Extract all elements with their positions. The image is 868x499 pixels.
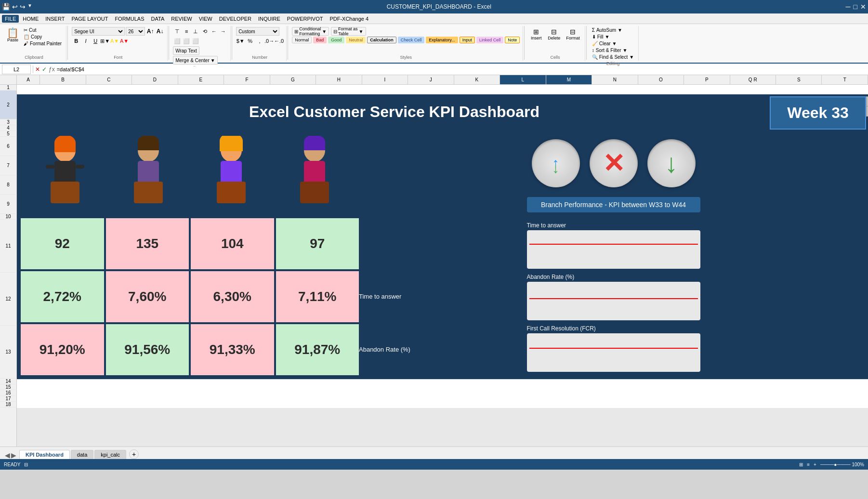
cond-format-dropdown[interactable]: ▼ bbox=[322, 29, 327, 34]
menu-page-layout[interactable]: PAGE LAYOUT bbox=[68, 15, 111, 23]
row-8[interactable]: 8 bbox=[0, 175, 17, 195]
col-t[interactable]: T bbox=[822, 75, 868, 84]
menu-powerpivot[interactable]: POWERPIVOT bbox=[284, 15, 326, 23]
align-top-button[interactable]: ⊤ bbox=[173, 27, 182, 36]
font-grow-button[interactable]: A↑ bbox=[146, 27, 155, 36]
delete-button[interactable]: ⊟ Delete bbox=[546, 27, 562, 41]
col-o[interactable]: O bbox=[638, 75, 684, 84]
menu-review[interactable]: REVIEW bbox=[168, 15, 195, 23]
number-format-select[interactable]: Custom General Number Currency Percentag… bbox=[236, 27, 279, 36]
redo-icon[interactable]: ↪ bbox=[20, 3, 26, 11]
view-layout-icon[interactable]: ≡ bbox=[807, 462, 810, 467]
close-icon[interactable]: ✕ bbox=[860, 3, 866, 11]
col-a[interactable]: A bbox=[17, 75, 40, 84]
format-table-dropdown[interactable]: ▼ bbox=[359, 29, 364, 34]
align-center-button[interactable]: ⬜ bbox=[182, 37, 191, 45]
tab-data[interactable]: data bbox=[71, 450, 93, 459]
borders-button[interactable]: ⊞▼ bbox=[101, 37, 109, 45]
underline-button[interactable]: U bbox=[91, 37, 100, 45]
cut-button[interactable]: ✂ Cut bbox=[22, 27, 63, 33]
autosum-dropdown[interactable]: ▼ bbox=[618, 27, 622, 33]
col-e[interactable]: E bbox=[178, 75, 224, 84]
menu-inquire[interactable]: INQUIRE bbox=[255, 15, 283, 23]
maximize-icon[interactable]: □ bbox=[854, 3, 857, 11]
col-g[interactable]: G bbox=[270, 75, 316, 84]
menu-formulas[interactable]: FORMULAS bbox=[112, 15, 147, 23]
font-color-button[interactable]: A▼ bbox=[120, 37, 129, 45]
fill-dropdown[interactable]: ▼ bbox=[605, 34, 610, 39]
confirm-formula-icon[interactable]: ✓ bbox=[42, 66, 47, 73]
col-i[interactable]: I bbox=[362, 75, 408, 84]
text-direction-button[interactable]: ⟲ bbox=[200, 27, 209, 36]
merge-center-dropdown-icon[interactable]: ▼ bbox=[210, 58, 215, 63]
col-s[interactable]: S bbox=[776, 75, 822, 84]
font-shrink-button[interactable]: A↓ bbox=[156, 27, 164, 36]
menu-file[interactable]: FILE bbox=[2, 15, 19, 23]
align-right-button[interactable]: ⬜ bbox=[191, 37, 200, 45]
view-normal-icon[interactable]: ⊞ bbox=[799, 462, 803, 467]
style-check-cell[interactable]: Check Cell bbox=[398, 37, 425, 43]
row-1[interactable]: 1 bbox=[0, 85, 17, 91]
find-select-dropdown[interactable]: ▼ bbox=[629, 54, 634, 60]
menu-insert[interactable]: INSERT bbox=[42, 15, 67, 23]
col-qr[interactable]: Q R bbox=[730, 75, 776, 84]
col-h[interactable]: H bbox=[316, 75, 362, 84]
format-as-table-button[interactable]: ⊟ Format asTable ▼ bbox=[331, 27, 366, 36]
row-14[interactable]: 14 bbox=[0, 379, 17, 384]
customize-qat-icon[interactable]: ▼ bbox=[27, 3, 32, 11]
tab-scroll-left[interactable]: ◀ bbox=[5, 451, 10, 459]
align-left-button[interactable]: ⬜ bbox=[173, 37, 182, 45]
dec-inc-button[interactable]: .0→ bbox=[265, 37, 274, 45]
align-middle-button[interactable]: ≡ bbox=[182, 27, 191, 36]
dec-dec-button[interactable]: ←.0 bbox=[275, 37, 283, 45]
menu-pdfxchange[interactable]: PDF-XChange 4 bbox=[327, 15, 371, 23]
wrap-text-button[interactable]: Wrap Text bbox=[173, 46, 199, 55]
indent-dec-button[interactable]: ← bbox=[210, 27, 218, 36]
menu-home[interactable]: HOME bbox=[20, 15, 41, 23]
cancel-formula-icon[interactable]: ✕ bbox=[35, 66, 40, 73]
view-break-icon[interactable]: + bbox=[814, 462, 816, 467]
row-10[interactable]: 10 bbox=[0, 214, 17, 220]
accounting-format-button[interactable]: $▼ bbox=[236, 37, 245, 45]
row-6[interactable]: 6 bbox=[0, 137, 17, 156]
col-j[interactable]: J bbox=[408, 75, 454, 84]
bold-button[interactable]: B bbox=[72, 37, 80, 45]
row-12[interactable]: 12 bbox=[0, 273, 17, 326]
row-17[interactable]: 17 bbox=[0, 396, 17, 402]
tab-kpi-dashboard[interactable]: KPI Dashboard bbox=[19, 450, 70, 459]
font-family-select[interactable]: Segoe UI bbox=[72, 27, 125, 36]
col-b[interactable]: B bbox=[40, 75, 86, 84]
format-painter-button[interactable]: 🖌 Format Painter bbox=[22, 40, 63, 47]
save-icon[interactable]: 💾 bbox=[2, 3, 10, 11]
row-3[interactable]: 3 bbox=[0, 119, 17, 125]
style-explanatory[interactable]: Explanatory... bbox=[426, 37, 458, 43]
row-4[interactable]: 4 bbox=[0, 125, 17, 131]
percent-button[interactable]: % bbox=[246, 37, 254, 45]
row-2[interactable]: 2 bbox=[0, 91, 17, 119]
style-normal[interactable]: Normal bbox=[292, 37, 312, 43]
sort-filter-button[interactable]: ↕ Sort & Filter ▼ bbox=[591, 47, 629, 53]
status-good-icon[interactable]: ↓ bbox=[647, 139, 696, 187]
col-p[interactable]: P bbox=[684, 75, 730, 84]
add-sheet-button[interactable]: + bbox=[129, 449, 139, 459]
col-m[interactable]: M bbox=[546, 75, 592, 84]
row-18[interactable]: 18 bbox=[0, 402, 17, 407]
style-neutral[interactable]: Neutral bbox=[346, 37, 366, 43]
row-5[interactable]: 5 bbox=[0, 131, 17, 137]
cell-reference-input[interactable] bbox=[2, 65, 31, 74]
fill-button[interactable]: ⬇ Fill ▼ bbox=[591, 34, 611, 40]
insert-function-icon[interactable]: ƒx bbox=[49, 66, 55, 73]
row-7[interactable]: 7 bbox=[0, 156, 17, 175]
align-bottom-button[interactable]: ⊥ bbox=[191, 27, 200, 36]
sort-filter-dropdown[interactable]: ▼ bbox=[623, 48, 628, 53]
menu-view[interactable]: VIEW bbox=[196, 15, 215, 23]
row-9[interactable]: 9 bbox=[0, 195, 17, 214]
row-16[interactable]: 16 bbox=[0, 390, 17, 396]
indent-inc-button[interactable]: → bbox=[219, 27, 227, 36]
format-button[interactable]: ⊟ Format bbox=[564, 27, 582, 41]
col-n[interactable]: N bbox=[592, 75, 638, 84]
menu-data[interactable]: DATA bbox=[148, 15, 168, 23]
style-note[interactable]: Note bbox=[505, 37, 520, 43]
col-k[interactable]: K bbox=[454, 75, 500, 84]
font-size-select[interactable]: 26 bbox=[126, 27, 145, 36]
